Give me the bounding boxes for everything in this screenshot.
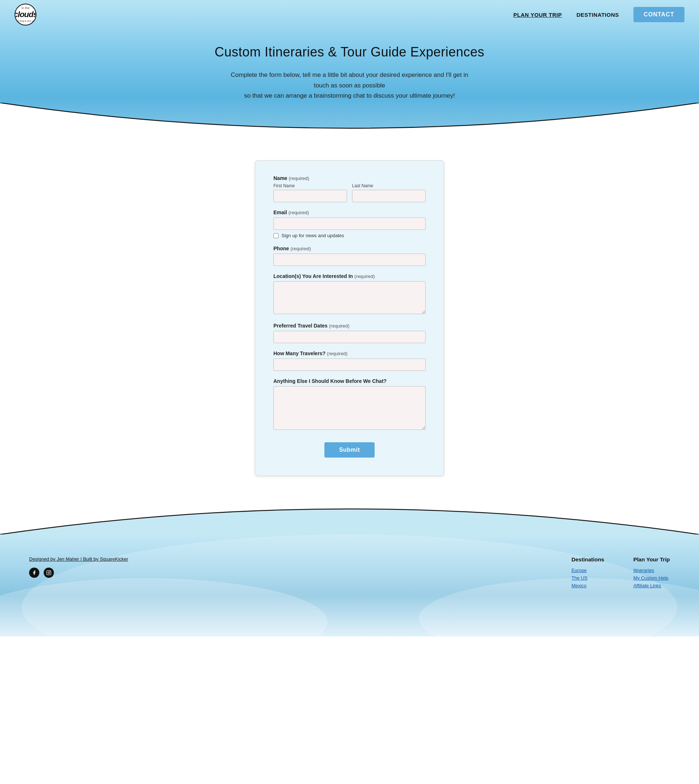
first-name-input[interactable] (273, 190, 347, 202)
footer-link-itineraries[interactable]: Itineraries (633, 568, 670, 573)
footer-col-destinations: Destinations Europe The US Mexico (571, 556, 605, 591)
locations-label: Location(s) You Are Interested In (requi… (273, 273, 426, 279)
footer-content: Designed by Jen Maher | Built by SquareK… (0, 535, 699, 605)
locations-field-group: Location(s) You Are Interested In (requi… (273, 273, 426, 316)
last-name-label: Last Name (352, 183, 426, 188)
navigation: in the clouds travel blog & tour guide P… (0, 0, 699, 29)
newsletter-checkbox[interactable] (273, 233, 278, 238)
locations-textarea[interactable] (273, 281, 426, 314)
last-name-input[interactable] (352, 190, 426, 202)
logo-clouds-text: clouds (15, 10, 36, 19)
footer-link-affiliate-links[interactable]: Affiliate Links (633, 583, 670, 588)
anything-else-field-group: Anything Else I Should Know Before We Ch… (273, 378, 426, 431)
form-section: Name (required) First Name Last Name E (0, 138, 699, 505)
anything-else-textarea[interactable] (273, 386, 426, 430)
submit-row: Submit (273, 442, 426, 458)
phone-input[interactable] (273, 254, 426, 266)
footer-link-mexico[interactable]: Mexico (571, 583, 605, 588)
travel-dates-label: Preferred Travel Dates (required) (273, 323, 426, 329)
name-label: Name (required) (273, 175, 426, 181)
footer-link-my-custom-help[interactable]: My Custom Help (633, 575, 670, 581)
phone-field-group: Phone (required) (273, 246, 426, 266)
footer-link-us[interactable]: The US (571, 575, 605, 581)
first-name-group: First Name (273, 183, 347, 202)
name-field-group: Name (required) First Name Last Name (273, 175, 426, 202)
form-card: Name (required) First Name Last Name E (255, 160, 444, 476)
newsletter-label[interactable]: Sign up for news and updates (282, 233, 344, 238)
nav-destinations[interactable]: DESTINATIONS (576, 12, 619, 18)
footer-destinations-heading: Destinations (571, 556, 605, 563)
footer-plan-heading: Plan Your Trip (633, 556, 670, 563)
submit-button[interactable]: Submit (325, 442, 374, 458)
footer-socials (29, 568, 128, 578)
footer-col-plan: Plan Your Trip Itineraries My Custom Hel… (633, 556, 670, 591)
last-name-group: Last Name (352, 183, 426, 202)
hero-description: Complete the form below, tell me a littl… (226, 70, 473, 101)
logo-tagline: travel blog & tour guide (15, 20, 36, 22)
svg-point-2 (50, 571, 50, 572)
anything-else-label: Anything Else I Should Know Before We Ch… (273, 378, 426, 384)
email-input[interactable] (273, 218, 426, 230)
facebook-icon[interactable] (29, 568, 39, 578)
phone-label: Phone (required) (273, 246, 426, 251)
footer-link-europe[interactable]: Europe (571, 568, 605, 573)
nav-contact-button[interactable]: CONTACT (633, 7, 684, 22)
svg-rect-0 (46, 570, 51, 575)
logo[interactable]: in the clouds travel blog & tour guide (15, 3, 36, 25)
footer-clouds-bg: Designed by Jen Maher | Built by SquareK… (0, 535, 699, 636)
email-field-group: Email (required) Sign up for news and up… (273, 209, 426, 238)
first-name-label: First Name (273, 183, 347, 188)
footer-left: Designed by Jen Maher | Built by SquareK… (29, 556, 128, 578)
nav-links: PLAN YOUR TRIP DESTINATIONS CONTACT (513, 7, 684, 22)
email-label: Email (required) (273, 209, 426, 215)
hero-title: Custom Itineraries & Tour Guide Experien… (214, 45, 484, 60)
nav-plan-your-trip[interactable]: PLAN YOUR TRIP (513, 12, 562, 18)
svg-point-1 (48, 572, 50, 574)
travelers-field-group: How Many Travelers? (required) (273, 350, 426, 371)
travelers-input[interactable] (273, 359, 426, 371)
instagram-icon[interactable] (44, 568, 54, 578)
travelers-label: How Many Travelers? (required) (273, 350, 426, 356)
footer-columns: Destinations Europe The US Mexico Plan Y… (571, 556, 670, 591)
footer-credit[interactable]: Designed by Jen Maher | Built by SquareK… (29, 556, 128, 562)
travel-dates-field-group: Preferred Travel Dates (required) (273, 323, 426, 343)
contact-form: Name (required) First Name Last Name E (273, 175, 426, 458)
newsletter-checkbox-row: Sign up for news and updates (273, 233, 426, 238)
name-row: First Name Last Name (273, 183, 426, 202)
travel-dates-input[interactable] (273, 331, 426, 343)
